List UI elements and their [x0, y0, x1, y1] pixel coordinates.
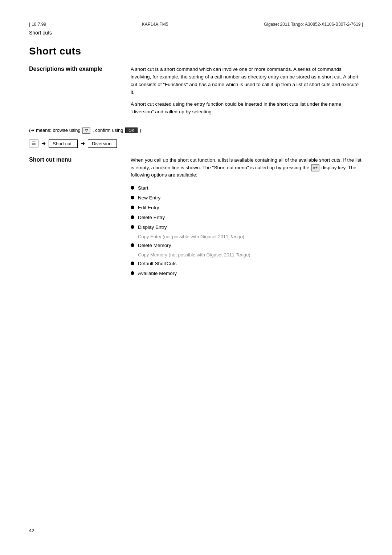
display-key-icon: ≡+ — [311, 164, 319, 171]
page-header: | 18.7.99 KAP14A.FM5 Gigaset 2011 Tango:… — [29, 22, 363, 27]
descriptions-left-col: Descriptions with example — [29, 66, 131, 120]
item-delete-memory: Delete Memory — [138, 242, 171, 249]
copy-entry-text: Copy Entry (not possible with Gigaset 20… — [138, 234, 363, 239]
header-left-marker: | — [29, 22, 30, 27]
bullet-dot-available-memory — [131, 271, 134, 275]
nav-example-row: ☰ ➜ Short cut ➜ Diversion — [29, 139, 363, 148]
header-right-marker: | — [362, 22, 363, 27]
page-number: 42 — [29, 528, 34, 533]
copy-memory-text: Copy Memory (not possible with Gigaset 2… — [138, 252, 363, 258]
right-dash-bottom — [368, 512, 372, 512]
menu-bullet-list2: Delete Memory — [131, 242, 363, 249]
nav-arrow-2: ➜ — [81, 141, 85, 146]
descriptions-section: Descriptions with example A short cut is… — [29, 66, 363, 120]
copy-memory-note: (not possible with Gigaset 2011 Tango) — [169, 252, 250, 258]
menu-bullet-list: Start New Entry Edit Entry Delete Entry — [131, 185, 363, 231]
nav-close: ) — [140, 127, 141, 133]
nav-arrow-1: ➜ — [41, 141, 46, 146]
item-edit-entry: Edit Entry — [138, 204, 159, 211]
header-product: Gigaset 2011 Tango: A30852-X1106-B307-2-… — [264, 22, 361, 27]
list-item-delete-memory: Delete Memory — [131, 242, 363, 249]
copy-memory-label: Copy Memory — [138, 252, 167, 258]
menu-col-right: When you call up the short cut function,… — [131, 157, 363, 280]
confirm-key: OK — [125, 127, 138, 133]
short-cut-menu-heading: Short cut menu — [29, 157, 131, 163]
section-title: Short cuts — [29, 30, 52, 36]
list-item-delete-entry: Delete Entry — [131, 214, 363, 221]
item-display-entry: Display Entry — [138, 224, 167, 231]
browse-key: ▽ — [82, 127, 90, 134]
header-right: Gigaset 2011 Tango: A30852-X1106-B307-2-… — [264, 22, 363, 27]
bullet-dot-default-shortcuts — [131, 262, 134, 265]
nav-section: (➜ means: browse using ▽ , confirm using… — [29, 127, 363, 148]
header-date: 18.7.99 — [32, 22, 46, 27]
main-heading: Short cuts — [29, 45, 363, 57]
bullet-dot-new-entry — [131, 196, 134, 199]
list-item-display-entry: Display Entry — [131, 224, 363, 231]
list-item-edit-entry: Edit Entry — [131, 204, 363, 211]
descriptions-right-col: A short cut is a short command which can… — [131, 66, 363, 120]
bullet-dot-display-entry — [131, 225, 134, 229]
list-item-start: Start — [131, 185, 363, 192]
bullet-dot-start — [131, 186, 134, 190]
section-title-line: Short cuts — [29, 30, 363, 38]
list-item-default-shortcuts: Default ShortCuts — [131, 260, 363, 267]
diversion-box: Diversion — [88, 139, 117, 148]
left-border — [22, 36, 22, 519]
left-dash-top — [20, 43, 24, 43]
header-filename: KAP14A.FM5 — [142, 22, 168, 27]
menu-content: Short cut menu When you call up the shor… — [29, 157, 363, 280]
copy-entry-label: Copy Entry — [138, 234, 161, 239]
item-default-shortcuts: Default ShortCuts — [138, 260, 177, 267]
short-cut-menu-section: Short cut menu When you call up the shor… — [29, 157, 363, 280]
item-start: Start — [138, 185, 148, 192]
bullet-dot-delete-entry — [131, 215, 134, 219]
left-dash-bottom — [20, 512, 24, 512]
shortcut-box: Short cut — [49, 139, 78, 148]
menu-bullet-list3: Default ShortCuts Available Memory — [131, 260, 363, 277]
menu-col-left: Short cut menu — [29, 157, 131, 280]
nav-confirm-text: , confirm using — [93, 127, 124, 133]
header-left: | 18.7.99 — [29, 22, 46, 27]
nav-arrow-symbol: (➜ means: browse using — [29, 127, 82, 133]
descriptions-heading: Descriptions with example — [29, 66, 123, 72]
bullet-dot-delete-memory — [131, 243, 134, 247]
list-item-new-entry: New Entry — [131, 195, 363, 202]
description-para1: A short cut is a short command which can… — [131, 66, 363, 96]
list-item-available-memory: Available Memory — [131, 270, 363, 277]
copy-entry-note: (not possible with Gigaset 2011 Tango) — [163, 234, 244, 239]
bullet-dot-edit-entry — [131, 206, 134, 209]
item-delete-entry: Delete Entry — [138, 214, 165, 221]
menu-para1: When you call up the short cut function,… — [131, 157, 363, 179]
right-border — [370, 36, 370, 519]
item-new-entry: New Entry — [138, 195, 160, 202]
nav-description-text: (➜ means: browse using ▽ , confirm using… — [29, 127, 363, 134]
menu-icon: ☰ — [29, 139, 38, 147]
right-dash-top — [368, 43, 372, 43]
page: | 18.7.99 KAP14A.FM5 Gigaset 2011 Tango:… — [0, 0, 392, 555]
description-para2: A short cut created using the entry func… — [131, 101, 363, 116]
item-available-memory: Available Memory — [138, 270, 177, 277]
